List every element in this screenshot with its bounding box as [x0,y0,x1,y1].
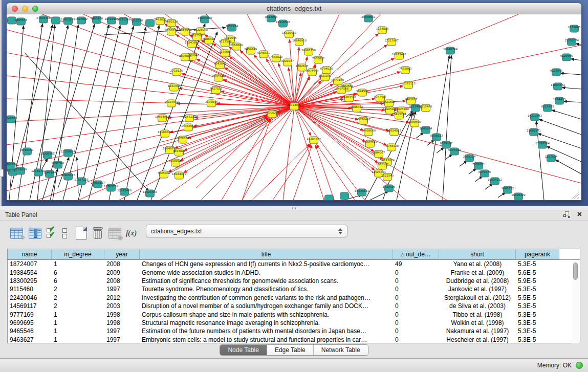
network-node-label: 12923468 [117,189,132,192]
network-edge [315,145,334,200]
scrollbar-thumb[interactable] [573,262,578,280]
network-node-label: 9904448 [306,69,319,72]
memory-status-label: Memory: OK [537,362,572,369]
float-panel-icon[interactable] [563,211,570,218]
table-cell: 0 [393,327,439,335]
row-mode-button[interactable] [62,228,68,239]
panel-collapse-handle[interactable] [0,169,4,177]
network-window-titlebar[interactable]: citations_edges.txt [7,3,581,14]
table-cell: 9777169 [8,311,52,318]
network-node-label: 9327508 [191,34,204,37]
table-header-row: namein_degreeyeartitle△out_de…shortpager… [8,249,580,260]
table-row[interactable]: 977716911998Corpus callosum shape and si… [8,310,580,318]
function-builder-button[interactable]: f(x) [126,228,137,237]
network-node-label: 10025486 [383,107,397,111]
table-row[interactable]: 1456911722003Disruption of a novel membe… [8,302,580,310]
table-row[interactable]: 1872400712008Changes of HCN gene express… [8,260,580,268]
network-node-label: 16325419 [282,31,296,34]
network-node-label: 7557224 [226,25,238,28]
network-node-label: 1733426 [383,185,396,188]
network-node-label: 1112045 [568,26,581,29]
table-row[interactable]: 2242004622012Investigating the contribut… [8,294,580,302]
network-node-label: 10653267 [61,18,75,21]
table-row[interactable]: 946362711997Embryonic stem cells: a mode… [8,336,580,344]
network-edge [89,26,134,200]
new-table-button[interactable] [76,227,87,239]
network-node[interactable] [146,19,155,27]
tab-edge-table[interactable]: Edge Table [267,345,314,355]
network-node-label: 12226058 [193,28,208,31]
network-node-label: 16909948 [168,160,183,163]
network-node-label: 8471876 [478,170,491,173]
table-cell: 2009 [104,269,140,276]
network-graph[interactable]: 9405574276914061065326715276029466160107… [7,14,581,200]
network-node-label: 9097588 [52,162,64,165]
network-edge [294,45,581,106]
network-edge [443,55,451,200]
network-node-label: 8938923 [430,134,443,137]
network-window-title: citations_edges.txt [7,5,581,12]
column-header-label: name [21,251,37,258]
table-cell: 18300295 [8,277,52,285]
table-selector-value: citations_edges.txt [146,228,336,235]
network-node-label: 6579197 [440,142,453,145]
table-cell: Jankovic et al. (1997) [439,286,516,293]
table-row[interactable]: 1938455462009Genome-wide association stu… [8,268,580,276]
memory-ok-indicator[interactable] [576,362,583,369]
table-row[interactable]: 911546021997Tourette syndrome. Phenomeno… [8,285,580,293]
network-node[interactable] [340,192,349,200]
network-node-label: 78756928 [384,144,399,147]
table-row[interactable]: 969969511998Structural magnetic resonanc… [8,319,580,327]
network-node-label: 8912954 [179,29,192,32]
table-mode-button[interactable]: ⚙ [10,228,23,239]
table-cell: 0 [393,277,439,285]
table-cell: 0 [393,294,439,301]
network-edge [283,106,294,200]
network-node-label: 16640910 [292,39,307,42]
network-edge [109,27,146,200]
close-panel-icon[interactable]: × [577,211,582,218]
network-node[interactable] [52,17,60,24]
table-cell: 2003 [104,302,140,310]
network-edge [574,194,579,199]
network-node-label: 21364486 [342,95,356,98]
network-node[interactable] [325,195,334,200]
tab-network-table[interactable]: Network Table [314,345,368,355]
column-header-year[interactable]: year [104,249,140,260]
network-node-label: 12213987 [384,39,399,42]
network-edge [77,157,78,193]
tab-node-table[interactable]: Node Table [220,345,267,355]
app-window: citations_edges.txt 94055742769140610653… [0,0,588,372]
column-header-title[interactable]: title [140,249,393,260]
network-node-label: 10654985 [155,115,169,118]
network-node-label: 1362615 [296,64,309,68]
table-row[interactable]: 946554611997Estimation of the future num… [8,327,580,335]
select-columns-button[interactable]: ✔ ✔ [47,227,57,239]
network-node-label: 3175685 [219,50,232,53]
network-edge [577,197,579,199]
pane-splitter[interactable] [0,206,588,210]
table-row[interactable]: 1830029562008Estimation of significance … [8,277,580,285]
network-node-label: 1145194 [43,171,56,174]
column-header-pagerank[interactable]: pagerank [516,249,559,260]
network-node-label: 16107552 [164,100,179,103]
network-canvas[interactable]: 9405574276914061065326715276029466160107… [7,14,581,200]
network-edge [294,14,518,106]
table-cell: 2012 [104,294,140,301]
show-columns-button[interactable] [29,228,41,239]
column-header-outde[interactable]: △out_de… [393,249,439,260]
table-cell: Corpus callosum shape and size in male p… [140,311,393,318]
network-node-label: 9315150 [21,148,34,151]
vertical-scrollbar[interactable] [572,260,579,343]
column-header-short[interactable]: short [439,249,516,260]
column-header-indegree[interactable]: in_degree [52,249,104,260]
network-node-label: 9747487 [374,95,387,98]
network-node-label: 2522540 [381,174,394,177]
table-selector-dropdown[interactable]: citations_edges.txt [146,225,347,237]
delete-rows-button[interactable] [92,227,103,239]
column-header-name[interactable]: name [8,249,52,260]
network-node-label: 8427552 [210,87,223,90]
network-node-label: 10654112 [488,178,502,181]
network-node-label: 8215953 [541,105,554,108]
network-node-label: 8454749 [245,48,257,51]
